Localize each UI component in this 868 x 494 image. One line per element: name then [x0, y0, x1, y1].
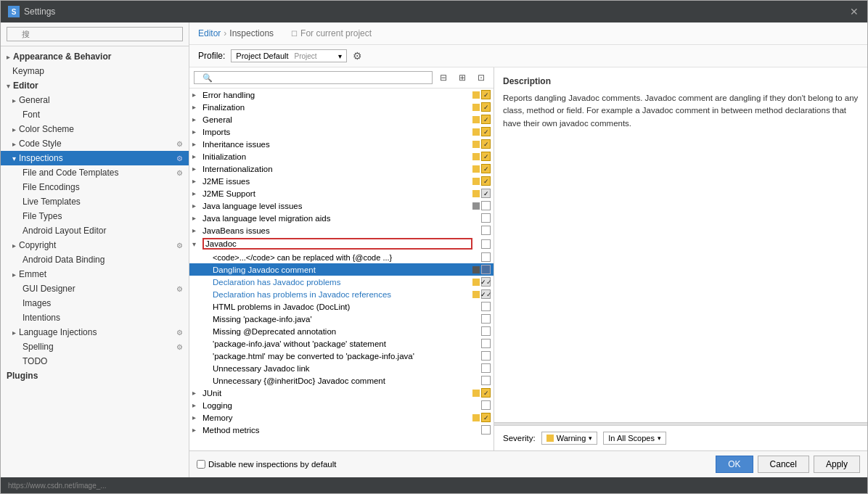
insp-group-inheritance[interactable]: ▸ Inheritance issues: [189, 138, 494, 150]
sidebar-item-intentions[interactable]: Intentions: [1, 310, 189, 325]
insp-checkbox[interactable]: [481, 213, 491, 223]
insp-checkbox[interactable]: [481, 376, 491, 385]
sidebar-search-input[interactable]: [7, 27, 183, 41]
insp-declaration-javadoc-problems[interactable]: Declaration has Javadoc problems ✓: [189, 276, 494, 288]
profile-dropdown[interactable]: Project Default Project ▾: [231, 49, 347, 62]
insp-checkbox[interactable]: [481, 102, 491, 112]
sidebar-item-language-injections[interactable]: ▸ Language Injections ⚙: [1, 325, 189, 339]
insp-package-info-without-package[interactable]: 'package-info.java' without 'package' st…: [189, 337, 494, 350]
insp-group-j2me-support[interactable]: ▸ J2ME Support ✓: [189, 187, 494, 199]
sidebar-item-file-types[interactable]: File Types: [1, 209, 189, 223]
insp-checkbox[interactable]: [481, 176, 491, 186]
sidebar-item-general[interactable]: ▸ General: [1, 93, 189, 107]
insp-checkbox[interactable]: ✓: [481, 289, 491, 299]
insp-group-javadoc[interactable]: ▾ Javadoc: [189, 236, 494, 251]
gear-icon[interactable]: ⚙: [353, 50, 362, 62]
insp-checkbox[interactable]: [481, 388, 491, 398]
scope-dropdown[interactable]: In All Scopes ▾: [603, 432, 666, 445]
sidebar-item-live-templates[interactable]: Live Templates: [1, 194, 189, 209]
filter-btn-1[interactable]: ⊟: [435, 70, 451, 85]
insp-group-general[interactable]: ▸ General: [189, 113, 494, 125]
filter-btn-2[interactable]: ⊞: [454, 70, 470, 85]
insp-checkbox[interactable]: [481, 164, 491, 173]
sidebar-item-copyright[interactable]: ▸ Copyright ⚙: [1, 238, 189, 252]
insp-checkbox[interactable]: [481, 127, 491, 136]
sidebar-item-file-encodings[interactable]: File Encodings: [1, 180, 189, 194]
sidebar-item-label: Spelling: [22, 342, 54, 352]
insp-label: Method metrics: [202, 426, 472, 435]
insp-group-imports[interactable]: ▸ Imports: [189, 125, 494, 138]
insp-checkbox[interactable]: [481, 413, 491, 422]
sidebar-item-keymap[interactable]: Keymap: [1, 64, 189, 78]
insp-checkbox[interactable]: [481, 326, 491, 336]
insp-package-html-convert[interactable]: 'package.html' may be converted to 'pack…: [189, 350, 494, 362]
insp-checkbox[interactable]: ✓: [481, 189, 491, 198]
insp-checkbox[interactable]: [481, 302, 491, 311]
breadcrumb-editor[interactable]: Editor: [198, 28, 221, 38]
insp-group-error-handling[interactable]: ▸ Error handling: [189, 88, 494, 101]
insp-checkbox[interactable]: [481, 226, 491, 235]
insp-checkbox[interactable]: [481, 152, 491, 161]
insp-unnecessary-inheritdoc[interactable]: Unnecessary {@inheritDoc} Javadoc commen…: [189, 374, 494, 387]
insp-missing-deprecated[interactable]: Missing @Deprecated annotation: [189, 325, 494, 337]
filter-btn-3[interactable]: ⊡: [473, 70, 489, 85]
sidebar-item-editor[interactable]: ▾ Editor: [1, 78, 189, 93]
insp-checkbox[interactable]: [481, 425, 491, 435]
insp-checkbox[interactable]: [481, 115, 491, 124]
sidebar-item-code-style[interactable]: ▸ Code Style ⚙: [1, 136, 189, 151]
insp-checkbox[interactable]: [481, 363, 491, 373]
insp-checkbox[interactable]: [481, 314, 491, 324]
insp-checkbox[interactable]: [481, 239, 491, 249]
disable-inspections-checkbox-label[interactable]: Disable new inspections by default: [197, 460, 336, 469]
close-button[interactable]: ✕: [848, 6, 860, 17]
sidebar-item-plugins[interactable]: Plugins: [1, 369, 189, 383]
insp-group-finalization[interactable]: ▸ Finalization: [189, 101, 494, 113]
insp-unnecessary-javadoc-link[interactable]: Unnecessary Javadoc link: [189, 362, 494, 374]
sidebar-item-android-layout[interactable]: Android Layout Editor: [1, 223, 189, 238]
sidebar-item-font[interactable]: Font: [1, 107, 189, 122]
insp-group-logging[interactable]: ▸ Logging: [189, 399, 494, 411]
sidebar-item-color-scheme[interactable]: ▸ Color Scheme: [1, 122, 189, 136]
insp-group-method-metrics[interactable]: ▸ Method metrics: [189, 424, 494, 436]
sidebar-item-inspections[interactable]: ▾ Inspections ⚙: [1, 151, 189, 165]
insp-checkbox[interactable]: [481, 265, 491, 274]
cancel-button[interactable]: Cancel: [758, 456, 809, 473]
insp-group-initialization[interactable]: ▸ Initialization: [189, 150, 494, 162]
insp-group-memory[interactable]: ▸ Memory: [189, 411, 494, 424]
sidebar-item-emmet[interactable]: ▸ Emmet: [1, 267, 189, 281]
insp-checkbox[interactable]: [481, 90, 491, 99]
insp-declaration-javadoc-refs[interactable]: Declaration has problems in Javadoc refe…: [189, 288, 494, 300]
insp-group-internationalization[interactable]: ▸ Internationalization: [189, 162, 494, 175]
disable-inspections-checkbox[interactable]: [197, 460, 205, 469]
insp-html-problems-javadoc[interactable]: HTML problems in Javadoc (DocLint): [189, 300, 494, 313]
sidebar-item-todo[interactable]: TODO: [1, 354, 189, 369]
insp-checkbox[interactable]: [481, 252, 491, 262]
insp-group-javabeans[interactable]: ▸ JavaBeans issues: [189, 224, 494, 236]
sidebar-item-file-code-templates[interactable]: File and Code Templates ⚙: [1, 165, 189, 180]
sidebar-item-appearance[interactable]: ▸ Appearance & Behavior: [1, 49, 189, 64]
ok-button[interactable]: OK: [716, 456, 753, 473]
sidebar-item-images[interactable]: Images: [1, 296, 189, 310]
insp-checkbox[interactable]: [481, 351, 491, 361]
expand-arrow: ▾: [192, 240, 202, 248]
insp-checkbox[interactable]: [481, 201, 491, 210]
insp-group-j2me-issues[interactable]: ▸ J2ME issues: [189, 175, 494, 187]
chevron-down-icon: ▾: [338, 52, 342, 60]
insp-group-java-level-issues[interactable]: ▸ Java language level issues: [189, 199, 494, 212]
sidebar-item-gui-designer[interactable]: GUI Designer ⚙: [1, 281, 189, 296]
insp-checkbox[interactable]: [481, 400, 491, 410]
severity-dropdown[interactable]: Warning ▾: [541, 432, 598, 445]
insp-group-java-migration[interactable]: ▸ Java language level migration aids: [189, 212, 494, 224]
insp-group-junit[interactable]: ▸ JUnit: [189, 387, 494, 399]
insp-checkbox[interactable]: ✓: [481, 277, 491, 287]
sidebar-item-android-data-binding[interactable]: Android Data Binding: [1, 252, 189, 267]
insp-checkbox[interactable]: [481, 339, 491, 348]
insp-missing-package-info[interactable]: Missing 'package-info.java': [189, 313, 494, 325]
apply-button[interactable]: Apply: [814, 456, 860, 473]
insp-checkbox[interactable]: [481, 139, 491, 149]
filter-input[interactable]: [194, 71, 433, 84]
insp-dangling-javadoc[interactable]: Dangling Javadoc comment: [189, 263, 494, 276]
sidebar-item-spelling[interactable]: Spelling ⚙: [1, 339, 189, 354]
insp-code-replace[interactable]: <code>...</code> can be replaced with {@…: [189, 251, 494, 263]
for-current-project[interactable]: ☐ For current project: [291, 28, 372, 38]
